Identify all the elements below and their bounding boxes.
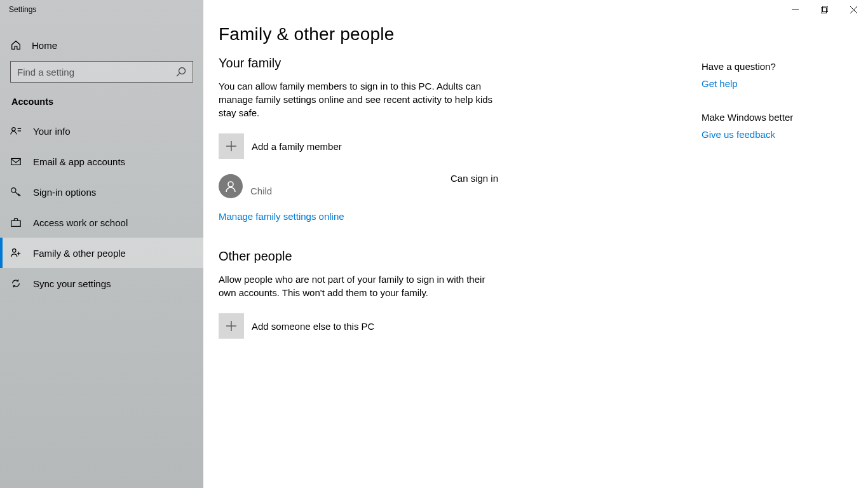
add-other-user-button[interactable]: Add someone else to this PC <box>219 313 671 339</box>
svg-rect-10 <box>11 159 20 165</box>
home-label: Home <box>32 40 57 51</box>
feedback-heading: Make Windows better <box>702 112 849 123</box>
search-box[interactable] <box>10 61 193 83</box>
svg-rect-2 <box>822 6 828 12</box>
content: Family & other people Your family You ca… <box>203 0 686 488</box>
svg-point-13 <box>13 249 16 252</box>
avatar-icon <box>219 174 243 198</box>
category-label: Accounts <box>0 94 203 116</box>
close-button[interactable] <box>839 0 868 19</box>
maximize-button[interactable] <box>810 0 839 19</box>
svg-line-6 <box>177 74 180 77</box>
svg-rect-12 <box>11 220 20 226</box>
nav-item-label: Access work or school <box>33 217 128 228</box>
nav-item-label: Email & app accounts <box>33 156 125 167</box>
page-title: Family & other people <box>219 24 671 44</box>
plus-icon <box>219 133 244 159</box>
nav-item-your-info[interactable]: Your info <box>0 116 203 146</box>
main: Family & other people Your family You ca… <box>203 0 868 488</box>
svg-rect-1 <box>821 8 827 13</box>
other-heading: Other people <box>219 249 671 264</box>
nav: Your info Email & app accounts Sign-in o… <box>0 116 203 299</box>
search-input[interactable] <box>17 67 176 78</box>
add-family-member-button[interactable]: Add a family member <box>219 133 671 159</box>
add-other-label: Add someone else to this PC <box>252 321 374 332</box>
sidebar: Settings Home Accounts Your info <box>0 0 203 488</box>
svg-point-18 <box>228 182 233 187</box>
nav-item-label: Your info <box>33 126 71 137</box>
nav-item-sync-settings[interactable]: Sync your settings <box>0 268 203 299</box>
nav-item-label: Sign-in options <box>33 187 96 198</box>
nav-item-access-work-school[interactable]: Access work or school <box>0 207 203 238</box>
member-role: Child <box>250 186 443 196</box>
svg-point-7 <box>12 128 15 131</box>
member-status: Can sign in <box>451 173 498 184</box>
family-heading: Your family <box>219 56 671 71</box>
people-plus-icon <box>10 247 22 259</box>
sync-icon <box>10 278 22 289</box>
mail-icon <box>10 156 22 167</box>
member-info: Child <box>250 177 443 196</box>
family-member-row[interactable]: Child Can sign in <box>219 174 498 198</box>
svg-point-5 <box>179 68 186 74</box>
family-description: You can allow family members to sign in … <box>219 79 498 119</box>
person-card-icon <box>10 125 22 137</box>
help-column: Have a question? Get help Make Windows b… <box>686 0 864 488</box>
search-icon <box>176 67 186 77</box>
home-icon <box>10 39 22 51</box>
feedback-link[interactable]: Give us feedback <box>702 129 849 140</box>
manage-family-link[interactable]: Manage family settings online <box>219 211 344 222</box>
plus-icon <box>219 313 244 339</box>
nav-item-email-accounts[interactable]: Email & app accounts <box>0 146 203 177</box>
minimize-button[interactable] <box>780 0 810 19</box>
add-family-label: Add a family member <box>252 141 342 152</box>
nav-item-label: Family & other people <box>33 248 126 259</box>
nav-item-signin-options[interactable]: Sign-in options <box>0 177 203 207</box>
key-icon <box>10 186 22 198</box>
window-controls <box>780 0 868 19</box>
home-button[interactable]: Home <box>0 30 203 61</box>
nav-item-label: Sync your settings <box>33 278 111 289</box>
other-description: Allow people who are not part of your fa… <box>219 273 498 299</box>
briefcase-icon <box>10 217 22 228</box>
svg-point-11 <box>11 188 16 193</box>
get-help-link[interactable]: Get help <box>702 78 849 89</box>
nav-item-family-other[interactable]: Family & other people <box>0 238 203 268</box>
window-title: Settings <box>0 0 203 18</box>
help-heading: Have a question? <box>702 61 849 72</box>
